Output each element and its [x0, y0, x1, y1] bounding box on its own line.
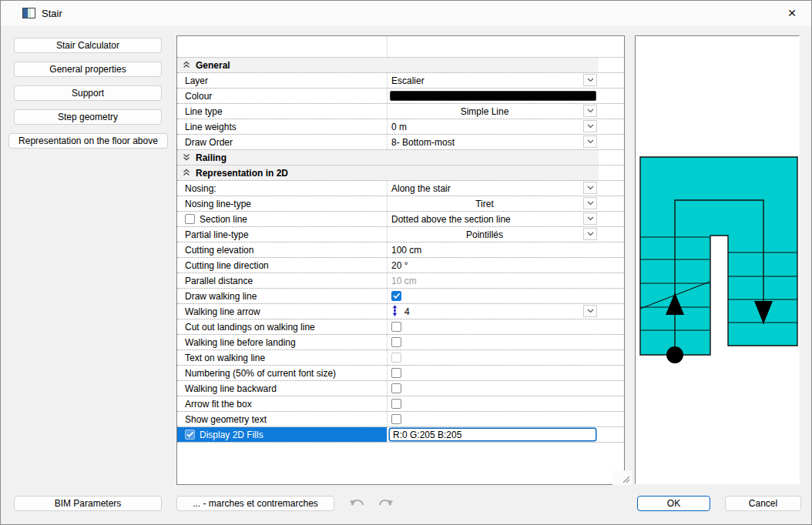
- property-row-walking-line-arrow: Walking line arrow4: [177, 304, 624, 319]
- empty-label-cell: [177, 36, 387, 57]
- property-label: Numbering (50% of current font size): [185, 368, 336, 379]
- label-partial-line-type: Partial line-type: [177, 227, 387, 242]
- steps-risers-button[interactable]: ... - marches et contremarches: [176, 496, 334, 511]
- line-type-value: Simple Line: [461, 106, 509, 117]
- label-nosing: Nosing:: [177, 181, 387, 196]
- cutting-line-direction-value: 20 °: [391, 260, 408, 271]
- chevron-down-icon[interactable]: [583, 197, 597, 209]
- cutting-line-direction-value-cell[interactable]: 20 °: [387, 258, 599, 273]
- label-draw-order: Draw Order: [177, 135, 387, 149]
- chevron-down-icon[interactable]: [583, 212, 597, 225]
- chevron-down-icon[interactable]: [583, 120, 597, 132]
- chevron-down-icon[interactable]: [583, 105, 597, 117]
- colour-swatch[interactable]: [390, 91, 596, 101]
- show-geometry-text-value-cell: [387, 412, 599, 426]
- walking-line-start-circle: [666, 346, 683, 363]
- walking-line-backward-checkbox[interactable]: [391, 383, 401, 393]
- stair-preview: [636, 36, 799, 483]
- line-weights-value: 0 m: [391, 122, 407, 132]
- display-2d-fills-checkbox[interactable]: [185, 430, 195, 440]
- cutting-elevation-value-cell[interactable]: 100 cm: [387, 242, 599, 257]
- draw-walking-line-value-cell: [387, 289, 599, 303]
- chevron-down-icon[interactable]: [583, 228, 597, 240]
- sidebar-button-step-geometry[interactable]: Step geometry: [14, 109, 162, 125]
- property-row-arrow-fit-the-box: Arrow fit the box: [177, 396, 624, 412]
- ok-button[interactable]: OK: [637, 496, 710, 511]
- expand-section-icon[interactable]: [183, 152, 190, 163]
- layer-value-cell[interactable]: Escalier: [387, 73, 599, 88]
- grid-empty-row: [177, 36, 624, 58]
- walking-line-arrow-value-cell[interactable]: 4: [387, 304, 599, 319]
- property-label: Walking line before landing: [185, 337, 296, 348]
- line-type-value-cell[interactable]: Simple Line: [387, 104, 599, 119]
- chevron-down-icon[interactable]: [583, 74, 597, 86]
- section-title: Representation in 2D: [196, 168, 288, 179]
- draw-walking-line-checkbox[interactable]: [391, 291, 401, 301]
- chevron-down-icon[interactable]: [583, 135, 597, 148]
- section-representation-in-2d[interactable]: Representation in 2D: [177, 166, 624, 181]
- walking-line-arrow-icon[interactable]: [391, 305, 398, 319]
- nosing-line-type-value-cell[interactable]: Tiret: [387, 196, 599, 211]
- nosing-value-cell[interactable]: Along the stair: [387, 181, 599, 196]
- section-line-value-cell[interactable]: Dotted above the section line: [387, 212, 599, 226]
- collapse-section-icon[interactable]: [183, 60, 190, 71]
- label-display-2d-fills: Display 2D Fills: [177, 427, 387, 442]
- chevron-down-icon[interactable]: [583, 182, 597, 194]
- show-geometry-text-checkbox[interactable]: [391, 414, 401, 424]
- resize-grip[interactable]: [612, 470, 632, 485]
- undo-icon[interactable]: [349, 497, 366, 510]
- arrow-fit-the-box-checkbox[interactable]: [391, 399, 401, 409]
- section-title: Railing: [196, 152, 226, 163]
- walking-line-before-landing-checkbox[interactable]: [391, 337, 401, 347]
- property-row-draw-order: Draw Order8- Bottom-most: [177, 135, 624, 150]
- property-label: Cutting elevation: [185, 245, 253, 256]
- label-walking-line-before-landing: Walking line before landing: [177, 335, 387, 349]
- text-on-walking-line-checkbox[interactable]: [391, 353, 401, 363]
- close-icon[interactable]: ×: [780, 3, 804, 23]
- colour-value-cell: [387, 89, 599, 103]
- numbering-50-of-current-font-size-checkbox[interactable]: [391, 368, 401, 378]
- sidebar-button-support[interactable]: Support: [14, 85, 162, 101]
- partial-line-type-value-cell[interactable]: Pointillés: [387, 227, 599, 242]
- label-show-geometry-text: Show geometry text: [177, 412, 387, 426]
- arrow-fit-the-box-value-cell: [387, 396, 599, 411]
- window-title: Stair: [42, 8, 62, 19]
- label-walking-line-arrow: Walking line arrow: [177, 304, 387, 319]
- property-label: Nosing line-type: [185, 199, 251, 209]
- property-label: Cut out landings on walking line: [185, 322, 315, 333]
- bim-parameters-button[interactable]: BIM Parameters: [14, 496, 162, 511]
- property-row-show-geometry-text: Show geometry text: [177, 412, 624, 427]
- label-section-line: Section line: [177, 212, 387, 226]
- property-grid: GeneralLayerEscalierColourLine typeSimpl…: [176, 35, 625, 485]
- draw-order-value-cell[interactable]: 8- Bottom-most: [387, 135, 599, 149]
- layer-value: Escalier: [391, 75, 424, 86]
- walking-line-before-landing-value-cell: [387, 335, 599, 349]
- parallel-distance-value-cell[interactable]: 10 cm: [387, 273, 599, 288]
- collapse-section-icon[interactable]: [183, 168, 190, 179]
- stair-dialog: { "window": { "title": "Stair", "close_g…: [0, 0, 812, 525]
- line-weights-value-cell[interactable]: 0 m: [387, 119, 599, 134]
- property-label: Line type: [185, 106, 223, 117]
- redo-icon[interactable]: [377, 497, 394, 510]
- cut-out-landings-on-walking-line-checkbox[interactable]: [391, 322, 401, 332]
- cut-out-landings-on-walking-line-value-cell: [387, 319, 599, 334]
- section-general[interactable]: General: [177, 58, 624, 73]
- partial-line-type-value: Pointillés: [466, 229, 503, 240]
- label-parallel-distance: Parallel distance: [177, 273, 387, 288]
- property-row-colour: Colour: [177, 89, 624, 104]
- section-railing[interactable]: Railing: [177, 150, 624, 166]
- section-line-checkbox[interactable]: [185, 214, 195, 224]
- sidebar-button-general-properties[interactable]: General properties: [14, 62, 162, 77]
- property-label: Draw walking line: [185, 291, 257, 302]
- sidebar-button-representation-floor-above[interactable]: Representation on the floor above: [8, 133, 168, 149]
- property-label: Arrow fit the box: [185, 399, 252, 410]
- property-label: Partial line-type: [185, 229, 249, 240]
- cancel-button[interactable]: Cancel: [725, 496, 801, 511]
- display-2d-fills-input[interactable]: R:0 G:205 B:205: [389, 428, 596, 441]
- numbering-50-of-current-font-size-value-cell: [387, 366, 599, 380]
- property-row-nosing: Nosing:Along the stair: [177, 181, 624, 196]
- property-row-numbering-50-of-current-font-size: Numbering (50% of current font size): [177, 366, 624, 381]
- chevron-down-icon[interactable]: [583, 305, 597, 317]
- sidebar-button-stair-calculator[interactable]: Stair Calculator: [14, 38, 162, 53]
- section-line-value: Dotted above the section line: [391, 214, 511, 225]
